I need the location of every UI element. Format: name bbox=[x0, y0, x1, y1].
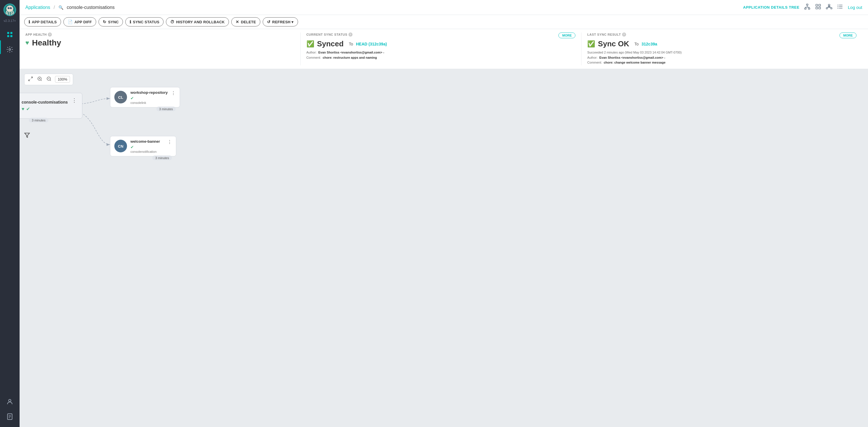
app-node-time: 3 minutes bbox=[29, 118, 49, 122]
workshop-repository-time: 3 minutes bbox=[156, 106, 176, 111]
svg-rect-19 bbox=[808, 8, 810, 9]
sync-status-button[interactable]: ℹ SYNC STATUS bbox=[125, 17, 163, 27]
refresh-button[interactable]: ↺ REFRESH ▾ bbox=[262, 17, 298, 27]
last-sync-commit-ref[interactable]: 312c39a bbox=[642, 42, 657, 46]
last-sync-panel: LAST SYNC RESULT ? MORE ✅ Sync OK To 312… bbox=[582, 33, 862, 65]
info-icon: ℹ bbox=[29, 20, 30, 24]
grid-view-icon[interactable] bbox=[814, 2, 823, 12]
app-health-main: ♥ Healthy bbox=[25, 38, 294, 47]
svg-point-3 bbox=[8, 7, 10, 9]
svg-point-40 bbox=[837, 6, 838, 7]
logout-link[interactable]: Log out bbox=[848, 5, 862, 10]
app-node-menu[interactable]: ⋮ bbox=[72, 97, 77, 103]
current-sync-author-label: Author: bbox=[306, 51, 316, 54]
welcome-banner-menu[interactable]: ⋮ bbox=[167, 139, 172, 144]
workshop-repository-label: consolelink bbox=[130, 101, 167, 104]
app-details-tree-link[interactable]: APPLICATION DETAILS TREE bbox=[743, 5, 800, 9]
sync-icon: ↻ bbox=[103, 20, 106, 24]
workshop-repository-avatar: CL bbox=[114, 91, 127, 104]
welcome-banner-check: ✔ bbox=[130, 144, 164, 149]
svg-rect-30 bbox=[831, 8, 832, 9]
app-node-health-icon: ♥ bbox=[22, 106, 25, 111]
workshop-repository-info: workshop-repository ✔ consolelink bbox=[130, 90, 167, 104]
app-node-sync-icon: ✔ bbox=[26, 106, 30, 112]
history-icon: ⏱ bbox=[170, 20, 174, 24]
sync-status-label: SYNC STATUS bbox=[133, 20, 159, 24]
svg-rect-8 bbox=[10, 32, 12, 34]
flow-diagram: console-customisations ♥ ✔ ⋮ 3 minutes C… bbox=[20, 75, 217, 176]
last-sync-check-icon: ✅ bbox=[587, 40, 595, 48]
svg-rect-7 bbox=[7, 32, 9, 34]
sidebar: v2.3.17+ bbox=[0, 0, 20, 427]
svg-point-39 bbox=[837, 5, 838, 5]
tree-view-icon[interactable] bbox=[803, 2, 811, 12]
app-health-title: APP HEALTH ? bbox=[25, 33, 294, 37]
sidebar-item-user[interactable] bbox=[3, 395, 16, 408]
last-sync-comment-value: chore: change welcome banner message bbox=[603, 61, 665, 64]
current-sync-status: Synced bbox=[317, 39, 344, 48]
app-diff-label: APP DIFF bbox=[74, 20, 92, 24]
sidebar-item-apps[interactable] bbox=[3, 28, 16, 41]
last-sync-author-value: Evan Shortiss <evanshortiss@gmail.com> - bbox=[599, 56, 665, 59]
svg-point-12 bbox=[9, 399, 11, 402]
last-sync-status: Sync OK bbox=[598, 39, 629, 48]
app-diff-button[interactable]: 📄 APP DIFF bbox=[63, 17, 96, 27]
app-health-panel: APP HEALTH ? ♥ Healthy bbox=[25, 33, 301, 65]
svg-rect-17 bbox=[806, 4, 808, 5]
svg-rect-26 bbox=[816, 7, 817, 9]
breadcrumb-current-app: console-customisations bbox=[67, 5, 115, 10]
app-logo bbox=[3, 3, 17, 17]
fit-to-screen-button[interactable] bbox=[27, 76, 34, 83]
svg-rect-31 bbox=[828, 4, 830, 6]
zoom-out-button[interactable] bbox=[46, 76, 52, 83]
app-health-help-icon[interactable]: ? bbox=[48, 33, 52, 37]
svg-rect-10 bbox=[10, 35, 12, 37]
svg-rect-9 bbox=[7, 35, 9, 37]
last-sync-help-icon[interactable]: ? bbox=[622, 33, 626, 37]
svg-rect-27 bbox=[819, 7, 820, 9]
last-sync-more-button[interactable]: MORE bbox=[839, 33, 857, 38]
last-sync-to-label: To bbox=[634, 42, 639, 46]
last-sync-title: LAST SYNC RESULT ? bbox=[587, 33, 626, 37]
welcome-banner-name: welcome-banner bbox=[130, 139, 164, 143]
welcome-banner-time: 3 minutes bbox=[152, 155, 172, 160]
workshop-repository-menu[interactable]: ⋮ bbox=[171, 90, 176, 96]
app-node-info: console-customisations ♥ ✔ bbox=[22, 100, 68, 112]
info-bar: APP HEALTH ? ♥ Healthy CURRENT SYNC STAT… bbox=[20, 29, 868, 69]
sync-button[interactable]: ↻ SYNC bbox=[98, 17, 123, 27]
heart-icon: ♥ bbox=[25, 39, 29, 46]
svg-point-2 bbox=[6, 5, 13, 12]
topnav-right: APPLICATION DETAILS TREE bbox=[743, 2, 862, 12]
sidebar-item-docs[interactable] bbox=[3, 410, 16, 423]
current-sync-help-icon[interactable]: ? bbox=[348, 33, 352, 37]
current-sync-comment-label: Comment: bbox=[306, 56, 321, 59]
svg-point-4 bbox=[10, 7, 12, 9]
sidebar-item-settings[interactable] bbox=[3, 43, 16, 56]
svg-point-11 bbox=[9, 48, 11, 51]
last-sync-comment-label: Comment: bbox=[587, 61, 602, 64]
svg-point-41 bbox=[837, 8, 838, 9]
svg-rect-18 bbox=[805, 8, 806, 9]
history-rollback-button[interactable]: ⏱ HISTORY AND ROLLBACK bbox=[166, 17, 229, 27]
svg-marker-51 bbox=[25, 133, 30, 137]
app-details-button[interactable]: ℹ APP DETAILS bbox=[24, 17, 61, 27]
list-view-icon[interactable] bbox=[836, 2, 844, 12]
delete-button[interactable]: ✕ DELETE bbox=[231, 17, 260, 27]
zoom-input[interactable]: 100% bbox=[55, 76, 70, 83]
toolbar: ℹ APP DETAILS 📄 APP DIFF ↻ SYNC ℹ SYNC S… bbox=[20, 15, 868, 29]
network-view-icon[interactable] bbox=[825, 2, 833, 12]
current-sync-title: CURRENT SYNC STATUS ? bbox=[306, 33, 352, 37]
app-details-label: APP DETAILS bbox=[32, 20, 57, 24]
canvas-area: 100% bbox=[20, 69, 868, 427]
resource-node-workshop-repository: CL workshop-repository ✔ consolelink ⋮ 3… bbox=[110, 87, 180, 107]
sidebar-version: v2.3.17+ bbox=[4, 19, 16, 23]
app-node-status: ♥ ✔ bbox=[22, 106, 68, 112]
breadcrumb-applications-link[interactable]: Applications bbox=[25, 5, 50, 10]
sync-label: SYNC bbox=[108, 20, 119, 24]
current-sync-more-button[interactable]: MORE bbox=[558, 33, 576, 38]
last-sync-main: ✅ Sync OK To 312c39a bbox=[587, 39, 857, 48]
current-sync-meta: Author: Evan Shortiss <evanshortiss@gmai… bbox=[306, 50, 576, 60]
filter-button[interactable] bbox=[24, 132, 30, 139]
current-sync-head-ref[interactable]: HEAD (312c39a) bbox=[356, 42, 387, 46]
zoom-in-button[interactable] bbox=[37, 76, 43, 83]
